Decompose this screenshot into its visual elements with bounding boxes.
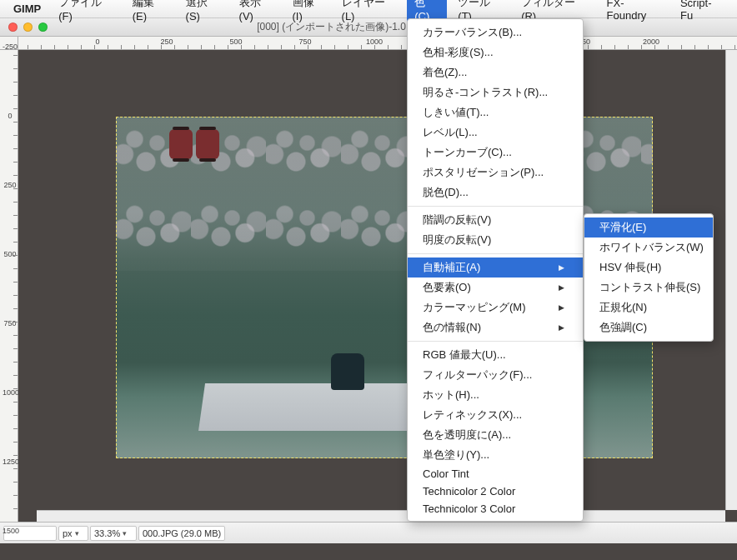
image-lantern [196,129,219,159]
ruler-h-label: 750 [298,38,311,46]
ruler-h-label: 2000 [643,38,659,46]
ruler-v-label: -250 [3,42,18,51]
unit-select[interactable]: px [58,526,88,541]
colors-menu-item[interactable]: カラーマッピング(M) [408,298,583,318]
scrollbar-vertical[interactable] [725,50,737,510]
image-lantern [169,129,193,159]
close-icon[interactable] [8,22,18,32]
menu-image[interactable]: 画像(I) [285,0,331,24]
ruler-v-label: 750 [3,319,18,328]
autofix-menu-item[interactable]: 正規化(N) [584,298,713,318]
menubar: GIMP ファイル(F) 編集(E) 選択(S) 表示(V) 画像(I) レイヤ… [0,0,737,18]
colors-menu-item[interactable]: Technicolor 2 Color [408,482,583,500]
menu-scriptfu[interactable]: Script-Fu [673,0,730,23]
colors-menu-item[interactable]: Color Tint [408,465,583,482]
colors-menu-item[interactable]: トーンカーブ(C)... [408,142,583,162]
menu-separator [408,206,583,207]
colors-menu-item[interactable]: 単色塗り(Y)... [408,445,583,465]
menu-separator [408,253,583,254]
statusbar: px 33.3% 000.JPG (29.0 MB) [0,522,737,543]
app-name: GIMP [7,1,48,17]
menu-fxfoundry[interactable]: FX-Foundry [599,0,669,23]
image-people [331,353,364,390]
minimize-icon[interactable] [23,22,33,32]
colors-menu-item[interactable]: フィルターパック(F)... [408,365,583,385]
colors-menu-item[interactable]: ポスタリゼーション(P)... [408,162,583,182]
zoom-select[interactable]: 33.3% [90,526,137,541]
colors-menu-item[interactable]: 色要素(O) [408,278,583,298]
colors-menu-item[interactable]: レティネックス(X)... [408,405,583,425]
scrollbar-horizontal[interactable] [37,510,725,522]
ruler-v-label: 1250 [3,458,18,466]
menu-select[interactable]: 選択(S) [178,0,228,24]
ruler-vertical[interactable]: -2500250500750100012501500 [0,50,18,522]
autofix-menu-item[interactable]: 色強調(C) [584,318,713,338]
ruler-v-label: 500 [3,250,18,258]
colors-menu-item[interactable]: 色を透明度に(A)... [408,425,583,445]
colors-menu: カラーバランス(B)...色相-彩度(S)...着色(Z)...明るさ-コントラ… [407,18,584,522]
colors-menu-item[interactable]: 色の情報(N) [408,318,583,338]
colors-menu-item[interactable]: しきい値(T)... [408,102,583,122]
menu-view[interactable]: 表示(V) [232,0,282,24]
autofix-menu-item[interactable]: コントラスト伸長(S) [584,278,713,298]
menu-edit[interactable]: 編集(E) [125,0,175,24]
colors-menu-item[interactable]: 明度の反転(V) [408,230,583,250]
ruler-v-label: 0 [3,112,18,120]
colors-menu-item-autofix[interactable]: 自動補正(A) [408,258,583,278]
menu-file[interactable]: ファイル(F) [51,0,121,24]
colors-menu-item[interactable]: 色相-彩度(S)... [408,42,583,62]
ruler-row: 025050075010001250150017502000 [0,37,737,50]
ruler-h-label: 250 [160,38,173,46]
ruler-v-label: 1000 [3,388,18,397]
colors-menu-item[interactable]: ホット(H)... [408,385,583,405]
zoom-icon[interactable] [38,22,48,32]
colors-menu-item[interactable]: Technicolor 3 Color [408,500,583,518]
autofix-menu-item[interactable]: ホワイトバランス(W) [584,238,713,258]
ruler-v-label: 1500 [3,527,18,535]
ruler-h-label: 0 [95,38,99,46]
colors-menu-item[interactable]: 明るさ-コントラスト(R)... [408,82,583,102]
menu-separator [408,341,583,342]
autofix-menu-item[interactable]: HSV 伸長(H) [584,258,713,278]
traffic-lights [0,22,48,32]
ruler-horizontal[interactable]: 025050075010001250150017502000 [18,37,737,49]
colors-menu-item[interactable]: レベル(L)... [408,122,583,142]
colors-menu-item[interactable]: カラーバランス(B)... [408,22,583,42]
menu-layer[interactable]: レイヤー(L) [334,0,404,24]
colors-menu-item[interactable]: 着色(Z)... [408,62,583,82]
image-picnic-mat [198,383,431,431]
autofix-submenu: 平滑化(E)ホワイトバランス(W)HSV 伸長(H)コントラスト伸長(S)正規化… [584,213,714,342]
file-info: 000.JPG (29.0 MB) [138,526,225,541]
autofix-menu-item[interactable]: 平滑化(E) [584,218,713,238]
colors-menu-item[interactable]: RGB 値最大(U)... [408,345,583,365]
colors-menu-item[interactable]: 脱色(D)... [408,182,583,202]
colors-menu-item[interactable]: 階調の反転(V) [408,210,583,230]
